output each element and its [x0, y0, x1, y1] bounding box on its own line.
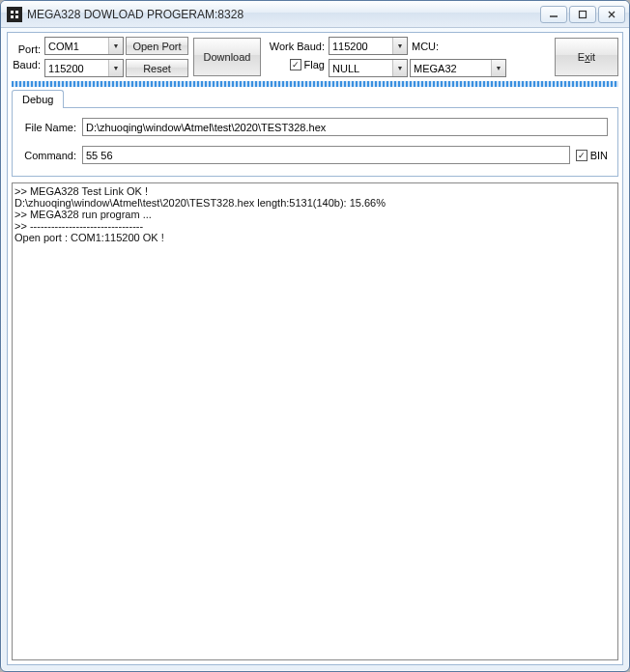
checkbox-icon: ✓	[290, 59, 301, 70]
open-port-button[interactable]: Open Port	[126, 37, 188, 55]
toolbar: Port: Baud: COM1 ▼ 115200 ▼ Open Port Re…	[10, 35, 620, 81]
window-controls	[540, 6, 625, 23]
command-label: Command:	[22, 150, 76, 161]
mcu-combo[interactable]: MEGA32 ▼	[410, 59, 506, 77]
chevron-down-icon: ▼	[392, 60, 407, 76]
console-output[interactable]: >> MEGA328 Test Link OK ! D:\zhuoqing\wi…	[12, 182, 618, 660]
flag-label: Flag	[304, 59, 325, 70]
splitter-grip[interactable]	[12, 81, 618, 87]
filename-label: File Name:	[22, 122, 76, 133]
tab-strip: Debug	[12, 89, 618, 107]
svg-rect-0	[11, 11, 14, 14]
bin-checkbox[interactable]: ✓ BIN	[576, 146, 608, 164]
tab-debug[interactable]: Debug	[12, 90, 64, 108]
null-value: NULL	[332, 63, 392, 74]
svg-rect-5	[580, 11, 587, 17]
titlebar[interactable]: MEGA328 DOWLOAD PROGERAM:8328	[1, 1, 629, 28]
tab-panel-debug: File Name: Command: ✓ BIN	[12, 107, 618, 177]
maximize-button[interactable]	[569, 6, 596, 23]
maximize-icon	[578, 10, 587, 19]
reset-button[interactable]: Reset	[126, 59, 188, 77]
minimize-button[interactable]	[540, 6, 567, 23]
close-button[interactable]	[598, 6, 625, 23]
chevron-down-icon: ▼	[108, 38, 123, 54]
svg-rect-2	[11, 15, 14, 18]
command-input[interactable]	[82, 146, 570, 164]
mcu-label: MCU:	[410, 37, 506, 55]
baud-combo-value: 115200	[48, 63, 108, 74]
port-combo-value: COM1	[48, 41, 108, 52]
checkbox-icon: ✓	[576, 150, 587, 161]
window-title: MEGA328 DOWLOAD PROGERAM:8328	[27, 8, 243, 21]
work-baud-value: 115200	[332, 41, 392, 52]
baud-combo[interactable]: 115200 ▼	[44, 59, 124, 77]
work-baud-combo[interactable]: 115200 ▼	[329, 37, 408, 55]
bin-label: BIN	[590, 150, 608, 161]
chevron-down-icon: ▼	[392, 38, 407, 54]
port-label: Port:	[18, 43, 41, 55]
app-icon	[7, 7, 22, 22]
download-button[interactable]: Download	[193, 38, 261, 76]
work-baud-label: Work Baud:	[270, 41, 325, 52]
svg-rect-3	[15, 15, 18, 18]
minimize-icon	[549, 11, 558, 18]
svg-rect-1	[15, 11, 18, 14]
close-icon	[607, 10, 616, 19]
filename-input[interactable]	[82, 118, 608, 136]
baud-label: Baud:	[13, 59, 41, 70]
exit-button[interactable]: Exit	[555, 38, 618, 76]
null-combo[interactable]: NULL ▼	[329, 59, 408, 77]
flag-checkbox[interactable]: ✓ Flag	[290, 56, 325, 74]
chevron-down-icon: ▼	[108, 60, 123, 76]
client-area: Port: Baud: COM1 ▼ 115200 ▼ Open Port Re…	[7, 32, 623, 665]
app-window: MEGA328 DOWLOAD PROGERAM:8328 Port: Baud…	[0, 0, 630, 672]
mcu-value: MEGA32	[414, 63, 491, 74]
port-combo[interactable]: COM1 ▼	[44, 37, 124, 55]
chevron-down-icon: ▼	[491, 60, 505, 76]
